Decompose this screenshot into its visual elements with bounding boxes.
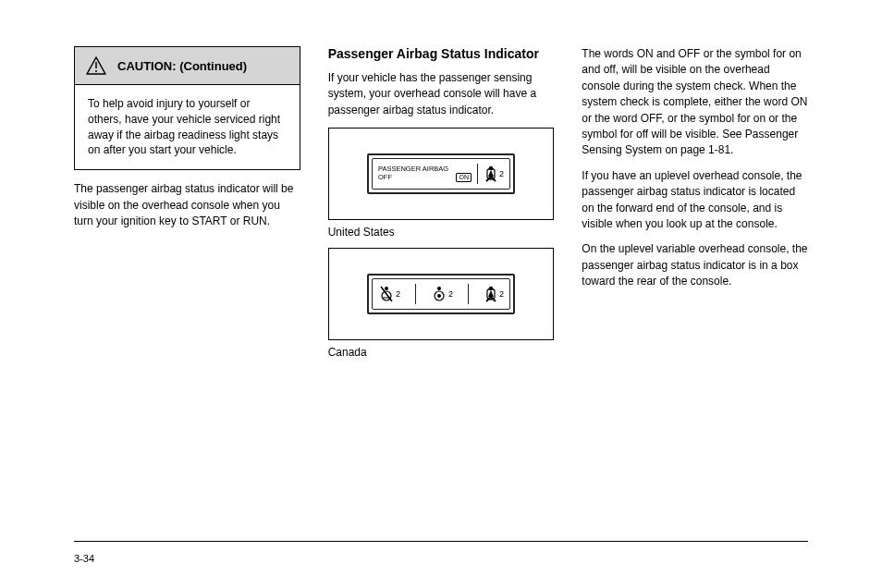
caution-title: CAUTION: (Continued) xyxy=(117,59,247,73)
caution-box: CAUTION: (Continued) To help avoid injur… xyxy=(74,46,300,170)
seatbelt-icon: 2 xyxy=(484,285,504,303)
seatbelt-icon: 2 xyxy=(484,165,504,183)
panel-divider xyxy=(415,284,416,304)
airbag-off-icon: 2 xyxy=(378,285,400,303)
svg-point-3 xyxy=(385,287,388,290)
panel-us-line1: PASSENGER AIRBAG xyxy=(378,165,472,173)
page-number: 3-34 xyxy=(74,553,94,564)
col1-paragraph: The passenger airbag status indicator wi… xyxy=(74,181,300,229)
airbag-on-count: 2 xyxy=(448,290,453,299)
svg-point-6 xyxy=(437,287,441,290)
seatbelt-count: 2 xyxy=(499,170,504,178)
panel-divider xyxy=(468,284,469,304)
indicator-panel-canada: 2 2 xyxy=(367,274,515,314)
caution-text: To help avoid injury to yourself or othe… xyxy=(88,96,287,158)
indicator-panel-us: PASSENGER AIRBAG OFF ON xyxy=(367,153,515,194)
footer-divider xyxy=(74,541,808,542)
col3-para2: If you have an uplevel overhead console,… xyxy=(582,168,808,233)
caption-canada: Canada xyxy=(328,346,555,359)
figure-united-states: PASSENGER AIRBAG OFF ON xyxy=(328,128,555,220)
caption-us: United States xyxy=(328,226,555,239)
figure-canada: 2 2 xyxy=(328,248,555,340)
panel-us-off: OFF xyxy=(378,174,392,181)
svg-point-1 xyxy=(95,70,97,72)
col2-para1: If your vehicle has the passenger sensin… xyxy=(328,70,555,118)
panel-us-on-badge: ON xyxy=(456,173,472,182)
caution-body: To help avoid injury to yourself or othe… xyxy=(75,85,300,169)
section-heading: Passenger Airbag Status Indicator xyxy=(328,46,555,61)
warning-triangle-icon xyxy=(86,56,106,75)
panel-divider xyxy=(477,164,478,184)
caution-header: CAUTION: (Continued) xyxy=(75,47,300,85)
svg-point-8 xyxy=(437,294,441,298)
seatbelt-count-b: 2 xyxy=(499,290,504,299)
col3-para3: On the uplevel variable overhead console… xyxy=(582,241,808,289)
col3-para1: The words ON and OFF or the symbol for o… xyxy=(582,46,808,159)
airbag-off-count: 2 xyxy=(396,290,400,299)
panel-us-text: PASSENGER AIRBAG OFF ON xyxy=(378,165,472,182)
airbag-on-icon: 2 xyxy=(431,285,453,303)
